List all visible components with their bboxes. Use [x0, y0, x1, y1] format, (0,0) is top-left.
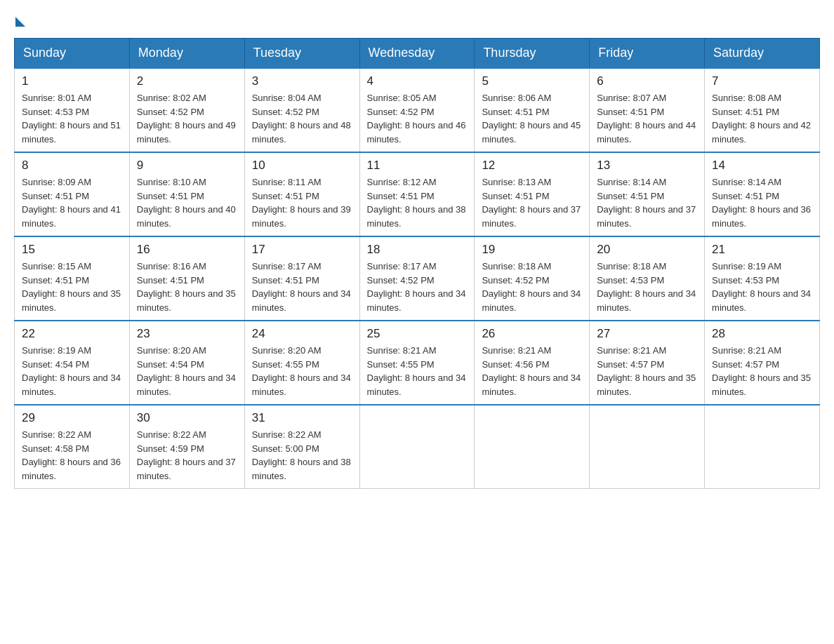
- day-info: Sunrise: 8:02 AMSunset: 4:52 PMDaylight:…: [137, 91, 237, 146]
- calendar-day-cell: 22Sunrise: 8:19 AMSunset: 4:54 PMDayligh…: [15, 321, 130, 405]
- col-header-wednesday: Wednesday: [359, 39, 475, 69]
- day-info: Sunrise: 8:11 AMSunset: 4:51 PMDaylight:…: [252, 175, 352, 230]
- day-info: Sunrise: 8:07 AMSunset: 4:51 PMDaylight:…: [597, 91, 697, 146]
- calendar-day-cell: 10Sunrise: 8:11 AMSunset: 4:51 PMDayligh…: [244, 152, 359, 236]
- calendar-day-cell: [705, 405, 820, 489]
- day-number: 3: [252, 74, 352, 88]
- day-number: 4: [367, 74, 468, 88]
- day-number: 23: [137, 327, 237, 341]
- day-info: Sunrise: 8:14 AMSunset: 4:51 PMDaylight:…: [597, 175, 697, 230]
- calendar-day-cell: 9Sunrise: 8:10 AMSunset: 4:51 PMDaylight…: [129, 152, 244, 236]
- day-info: Sunrise: 8:13 AMSunset: 4:51 PMDaylight:…: [482, 175, 582, 230]
- day-number: 15: [22, 243, 122, 257]
- calendar-day-cell: 13Sunrise: 8:14 AMSunset: 4:51 PMDayligh…: [590, 152, 705, 236]
- calendar-day-cell: 8Sunrise: 8:09 AMSunset: 4:51 PMDaylight…: [15, 152, 130, 236]
- day-info: Sunrise: 8:18 AMSunset: 4:52 PMDaylight:…: [482, 260, 582, 314]
- day-number: 30: [137, 411, 237, 425]
- calendar-day-cell: 15Sunrise: 8:15 AMSunset: 4:51 PMDayligh…: [15, 236, 130, 321]
- calendar-day-cell: 5Sunrise: 8:06 AMSunset: 4:51 PMDaylight…: [475, 68, 590, 152]
- calendar-header-row: SundayMondayTuesdayWednesdayThursdayFrid…: [15, 39, 820, 69]
- calendar-day-cell: 30Sunrise: 8:22 AMSunset: 4:59 PMDayligh…: [129, 405, 244, 489]
- day-number: 11: [367, 159, 468, 173]
- day-info: Sunrise: 8:05 AMSunset: 4:52 PMDaylight:…: [367, 91, 468, 146]
- col-header-sunday: Sunday: [15, 39, 130, 69]
- day-info: Sunrise: 8:17 AMSunset: 4:52 PMDaylight:…: [367, 260, 468, 314]
- calendar-day-cell: 23Sunrise: 8:20 AMSunset: 4:54 PMDayligh…: [129, 321, 244, 405]
- day-number: 19: [482, 243, 582, 257]
- day-info: Sunrise: 8:17 AMSunset: 4:51 PMDaylight:…: [252, 260, 352, 314]
- day-number: 21: [712, 243, 812, 257]
- calendar-table: SundayMondayTuesdayWednesdayThursdayFrid…: [14, 38, 820, 489]
- day-info: Sunrise: 8:21 AMSunset: 4:55 PMDaylight:…: [367, 344, 468, 398]
- day-info: Sunrise: 8:06 AMSunset: 4:51 PMDaylight:…: [482, 91, 582, 146]
- day-number: 13: [597, 159, 697, 173]
- day-number: 9: [137, 159, 237, 173]
- day-number: 7: [712, 74, 812, 88]
- day-info: Sunrise: 8:19 AMSunset: 4:53 PMDaylight:…: [712, 260, 812, 314]
- calendar-day-cell: 11Sunrise: 8:12 AMSunset: 4:51 PMDayligh…: [359, 152, 475, 236]
- logo-arrow-icon: [15, 17, 25, 27]
- calendar-day-cell: 21Sunrise: 8:19 AMSunset: 4:53 PMDayligh…: [705, 236, 820, 321]
- calendar-week-row: 8Sunrise: 8:09 AMSunset: 4:51 PMDaylight…: [15, 152, 820, 236]
- day-number: 28: [712, 327, 812, 341]
- day-number: 25: [367, 327, 468, 341]
- calendar-day-cell: [359, 405, 475, 489]
- calendar-day-cell: 14Sunrise: 8:14 AMSunset: 4:51 PMDayligh…: [705, 152, 820, 236]
- day-info: Sunrise: 8:08 AMSunset: 4:51 PMDaylight:…: [712, 91, 812, 146]
- calendar-day-cell: 7Sunrise: 8:08 AMSunset: 4:51 PMDaylight…: [705, 68, 820, 152]
- day-number: 26: [482, 327, 582, 341]
- calendar-day-cell: 3Sunrise: 8:04 AMSunset: 4:52 PMDaylight…: [244, 68, 359, 152]
- col-header-thursday: Thursday: [475, 39, 590, 69]
- calendar-day-cell: 2Sunrise: 8:02 AMSunset: 4:52 PMDaylight…: [129, 68, 244, 152]
- calendar-day-cell: 16Sunrise: 8:16 AMSunset: 4:51 PMDayligh…: [129, 236, 244, 321]
- calendar-day-cell: 31Sunrise: 8:22 AMSunset: 5:00 PMDayligh…: [244, 405, 359, 489]
- day-info: Sunrise: 8:15 AMSunset: 4:51 PMDaylight:…: [22, 260, 122, 314]
- day-number: 10: [252, 159, 352, 173]
- day-number: 2: [137, 74, 237, 88]
- calendar-day-cell: 26Sunrise: 8:21 AMSunset: 4:56 PMDayligh…: [475, 321, 590, 405]
- day-number: 31: [252, 411, 352, 425]
- day-info: Sunrise: 8:20 AMSunset: 4:55 PMDaylight:…: [252, 344, 352, 398]
- calendar-day-cell: 24Sunrise: 8:20 AMSunset: 4:55 PMDayligh…: [244, 321, 359, 405]
- col-header-monday: Monday: [129, 39, 244, 69]
- logo: [14, 14, 25, 24]
- calendar-day-cell: 18Sunrise: 8:17 AMSunset: 4:52 PMDayligh…: [359, 236, 475, 321]
- day-number: 27: [597, 327, 697, 341]
- day-number: 18: [367, 243, 468, 257]
- day-info: Sunrise: 8:01 AMSunset: 4:53 PMDaylight:…: [22, 91, 122, 146]
- day-info: Sunrise: 8:12 AMSunset: 4:51 PMDaylight:…: [367, 175, 468, 230]
- day-info: Sunrise: 8:21 AMSunset: 4:57 PMDaylight:…: [712, 344, 812, 398]
- day-info: Sunrise: 8:10 AMSunset: 4:51 PMDaylight:…: [137, 175, 237, 230]
- calendar-day-cell: [590, 405, 705, 489]
- calendar-week-row: 15Sunrise: 8:15 AMSunset: 4:51 PMDayligh…: [15, 236, 820, 321]
- col-header-saturday: Saturday: [705, 39, 820, 69]
- page-header: [14, 14, 820, 24]
- day-number: 29: [22, 411, 122, 425]
- col-header-tuesday: Tuesday: [244, 39, 359, 69]
- day-number: 6: [597, 74, 697, 88]
- day-number: 8: [22, 159, 122, 173]
- calendar-week-row: 1Sunrise: 8:01 AMSunset: 4:53 PMDaylight…: [15, 68, 820, 152]
- calendar-day-cell: 28Sunrise: 8:21 AMSunset: 4:57 PMDayligh…: [705, 321, 820, 405]
- calendar-day-cell: 27Sunrise: 8:21 AMSunset: 4:57 PMDayligh…: [590, 321, 705, 405]
- calendar-day-cell: 6Sunrise: 8:07 AMSunset: 4:51 PMDaylight…: [590, 68, 705, 152]
- calendar-day-cell: [475, 405, 590, 489]
- day-info: Sunrise: 8:20 AMSunset: 4:54 PMDaylight:…: [137, 344, 237, 398]
- day-number: 20: [597, 243, 697, 257]
- day-info: Sunrise: 8:09 AMSunset: 4:51 PMDaylight:…: [22, 175, 122, 230]
- day-info: Sunrise: 8:19 AMSunset: 4:54 PMDaylight:…: [22, 344, 122, 398]
- day-info: Sunrise: 8:18 AMSunset: 4:53 PMDaylight:…: [597, 260, 697, 314]
- calendar-day-cell: 19Sunrise: 8:18 AMSunset: 4:52 PMDayligh…: [475, 236, 590, 321]
- day-info: Sunrise: 8:21 AMSunset: 4:57 PMDaylight:…: [597, 344, 697, 398]
- day-number: 24: [252, 327, 352, 341]
- day-info: Sunrise: 8:16 AMSunset: 4:51 PMDaylight:…: [137, 260, 237, 314]
- calendar-day-cell: 25Sunrise: 8:21 AMSunset: 4:55 PMDayligh…: [359, 321, 475, 405]
- day-number: 5: [482, 74, 582, 88]
- calendar-day-cell: 12Sunrise: 8:13 AMSunset: 4:51 PMDayligh…: [475, 152, 590, 236]
- day-number: 1: [22, 74, 122, 88]
- day-info: Sunrise: 8:14 AMSunset: 4:51 PMDaylight:…: [712, 175, 812, 230]
- calendar-day-cell: 29Sunrise: 8:22 AMSunset: 4:58 PMDayligh…: [15, 405, 130, 489]
- calendar-week-row: 29Sunrise: 8:22 AMSunset: 4:58 PMDayligh…: [15, 405, 820, 489]
- day-info: Sunrise: 8:22 AMSunset: 5:00 PMDaylight:…: [252, 428, 352, 483]
- calendar-week-row: 22Sunrise: 8:19 AMSunset: 4:54 PMDayligh…: [15, 321, 820, 405]
